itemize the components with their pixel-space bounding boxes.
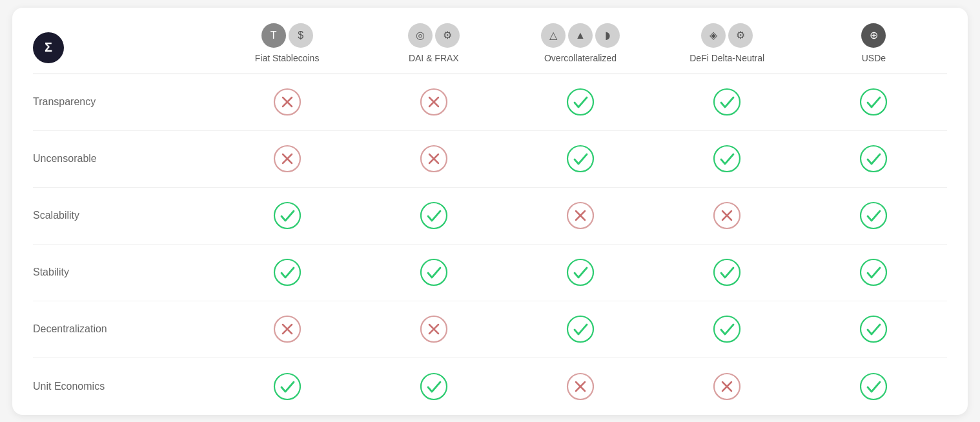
row-cells-2: [214, 201, 947, 230]
table-row: Transparency: [33, 74, 947, 131]
cross-icon: [273, 88, 301, 116]
col-label-dai: DAI & FRAX: [409, 53, 459, 63]
check-icon: [713, 315, 741, 343]
col-icons-dai: ◎⚙: [408, 23, 460, 48]
col-header-defi: ◈⚙DeFi Delta-Neutral: [654, 23, 801, 74]
col-icon-dai-1: ⚙: [435, 23, 460, 48]
svg-point-26: [861, 203, 886, 228]
row-cells-0: [214, 88, 947, 116]
row-cells-4: [214, 315, 947, 343]
col-icon-fiat-1: $: [289, 23, 313, 48]
svg-point-30: [714, 259, 740, 285]
col-header-dai: ◎⚙DAI & FRAX: [360, 23, 507, 74]
col-icon-over-0: △: [541, 23, 566, 48]
col-header-over: △▲◗Overcollateralized: [507, 23, 653, 74]
row-label-0: Transparency: [33, 96, 214, 108]
svg-point-39: [714, 316, 740, 342]
cell-2-4: [801, 201, 947, 230]
col-icon-over-1: ▲: [568, 23, 593, 48]
cell-4-0: [214, 315, 360, 343]
cell-2-2: [507, 201, 653, 230]
check-icon: [859, 372, 888, 401]
col-icon-dai-0: ◎: [408, 23, 433, 48]
check-icon: [566, 258, 595, 286]
svg-point-7: [714, 89, 740, 115]
cell-5-2: [507, 372, 653, 401]
table-row: Scalability: [33, 188, 947, 245]
row-cells-3: [214, 258, 947, 286]
cross-icon: [420, 88, 448, 116]
svg-point-8: [861, 89, 886, 115]
col-label-usde: USDe: [862, 53, 886, 63]
cell-2-3: [654, 201, 801, 230]
table-row: Decentralization: [33, 301, 947, 358]
cross-icon: [273, 315, 301, 343]
col-label-fiat: Fiat Stablecoins: [255, 53, 320, 63]
row-cells-1: [214, 145, 947, 173]
svg-point-29: [567, 259, 593, 285]
col-label-defi: DeFi Delta-Neutral: [689, 53, 764, 63]
column-headers: T$Fiat Stablecoins◎⚙DAI & FRAX△▲◗Overcol…: [214, 23, 947, 74]
table-header: Σ T$Fiat Stablecoins◎⚙DAI & FRAX△▲◗Overc…: [12, 8, 968, 74]
svg-point-15: [567, 146, 593, 172]
cross-icon: [566, 372, 595, 401]
col-label-over: Overcollateralized: [544, 53, 617, 63]
cell-5-1: [360, 372, 507, 401]
cell-0-0: [214, 88, 360, 116]
cell-3-4: [801, 258, 947, 286]
svg-point-40: [861, 316, 886, 342]
check-icon: [859, 258, 888, 286]
check-icon: [713, 258, 741, 286]
svg-point-42: [421, 374, 447, 399]
cell-3-3: [654, 258, 801, 286]
col-icon-defi-1: ⚙: [728, 23, 753, 48]
col-icons-over: △▲◗: [541, 23, 620, 48]
row-cells-5: [214, 372, 947, 401]
svg-point-17: [861, 146, 886, 172]
svg-point-49: [861, 374, 886, 399]
svg-point-19: [421, 203, 447, 228]
check-icon: [713, 145, 741, 173]
comparison-table: Σ T$Fiat Stablecoins◎⚙DAI & FRAX△▲◗Overc…: [12, 8, 968, 415]
cell-4-1: [360, 315, 507, 343]
cell-5-3: [654, 372, 801, 401]
svg-point-18: [274, 203, 300, 228]
cross-icon: [713, 372, 741, 401]
cell-4-4: [801, 315, 947, 343]
cell-2-1: [360, 201, 507, 230]
table-row: Unit Economics: [33, 358, 947, 415]
check-icon: [273, 258, 301, 286]
cross-icon: [566, 201, 595, 230]
cross-icon: [273, 145, 301, 173]
cell-1-0: [214, 145, 360, 173]
cell-1-2: [507, 145, 653, 173]
col-icons-usde: ⊕: [861, 23, 886, 48]
cell-1-4: [801, 145, 947, 173]
cell-1-1: [360, 145, 507, 173]
check-icon: [566, 145, 595, 173]
check-icon: [273, 372, 301, 401]
svg-point-31: [861, 259, 886, 285]
col-icon-usde-0: ⊕: [861, 23, 886, 48]
table-row: Stability: [33, 245, 947, 301]
cell-5-0: [214, 372, 360, 401]
logo-area: Σ: [33, 32, 214, 74]
cell-3-1: [360, 258, 507, 286]
check-icon: [566, 315, 595, 343]
row-label-3: Stability: [33, 266, 214, 278]
col-header-usde: ⊕USDe: [801, 23, 947, 74]
col-icon-defi-0: ◈: [701, 23, 726, 48]
cross-icon: [420, 315, 448, 343]
cell-2-0: [214, 201, 360, 230]
check-icon: [713, 88, 741, 116]
svg-point-16: [714, 146, 740, 172]
cell-5-4: [801, 372, 947, 401]
cell-0-4: [801, 88, 947, 116]
cross-icon: [713, 201, 741, 230]
table-row: Uncensorable: [33, 131, 947, 188]
col-icon-over-2: ◗: [595, 23, 620, 48]
check-icon: [859, 88, 888, 116]
check-icon: [420, 372, 448, 401]
check-icon: [420, 258, 448, 286]
svg-point-6: [567, 89, 593, 115]
